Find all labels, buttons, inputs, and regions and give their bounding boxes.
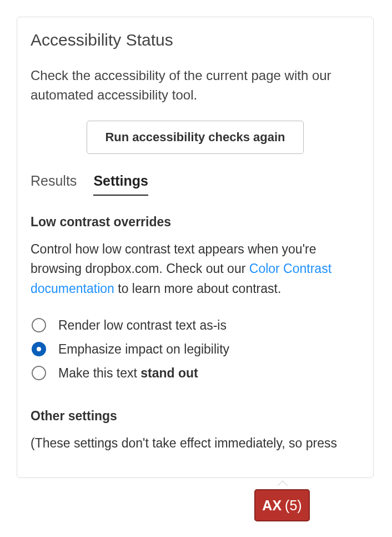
ax-badge-label: AX	[262, 498, 282, 514]
radio-option-as-is[interactable]: Render low contrast text as-is	[31, 314, 360, 337]
tab-results[interactable]: Results	[31, 173, 77, 196]
ax-badge-button[interactable]: AX (5)	[254, 489, 310, 521]
radio-option-emphasize[interactable]: Emphasize impact on legibility	[31, 337, 360, 361]
low-contrast-description: Control how low contrast text appears wh…	[31, 240, 360, 299]
other-settings-heading: Other settings	[31, 409, 360, 424]
tab-settings[interactable]: Settings	[93, 173, 148, 196]
tabs: Results Settings	[31, 173, 360, 196]
radio-icon	[32, 342, 46, 356]
radio-label: Emphasize impact on legibility	[58, 342, 229, 357]
ax-badge-count: (5)	[285, 498, 302, 514]
low-contrast-text-post: to learn more about contrast.	[114, 281, 281, 296]
radio-label: Render low contrast text as-is	[58, 318, 227, 333]
panel-title: Accessibility Status	[31, 31, 360, 49]
other-settings-note: (These settings don't take effect immedi…	[31, 434, 360, 454]
accessibility-panel: Accessibility Status Check the accessibi…	[17, 17, 374, 478]
run-checks-button[interactable]: Run accessibility checks again	[87, 121, 303, 154]
low-contrast-heading: Low contrast overrides	[31, 215, 360, 230]
radio-label: Make this text stand out	[58, 366, 198, 381]
popover-pointer-icon	[277, 480, 288, 486]
radio-icon	[32, 366, 46, 380]
radio-option-stand-out[interactable]: Make this text stand out	[31, 361, 360, 385]
radio-icon	[32, 318, 46, 332]
low-contrast-radio-group: Render low contrast text as-is Emphasize…	[31, 314, 360, 385]
panel-description: Check the accessibility of the current p…	[31, 66, 360, 105]
